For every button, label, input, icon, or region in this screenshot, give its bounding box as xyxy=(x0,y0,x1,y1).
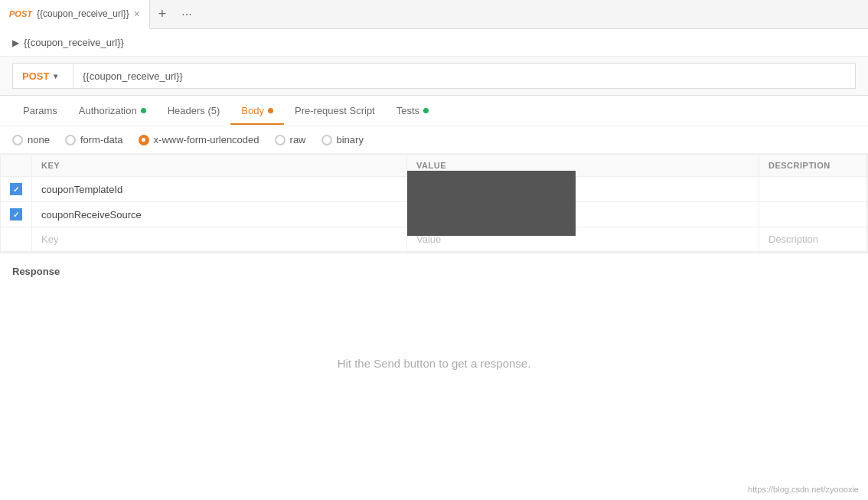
tab-method: POST xyxy=(9,9,32,18)
tab-prerequest[interactable]: Pre-request Script xyxy=(284,97,386,124)
radio-none-circle xyxy=(12,135,23,145)
url-bar: POST ▾ xyxy=(0,57,868,96)
tab-bar: POST {{coupon_receive_url}} × + ··· xyxy=(0,0,868,29)
row1-checkbox[interactable] xyxy=(10,183,22,195)
row2-key-cell[interactable]: couponReceiveSource xyxy=(32,202,407,227)
row2-check-cell xyxy=(1,202,32,227)
url-input[interactable] xyxy=(73,63,856,89)
placeholder-desc-cell[interactable]: Description xyxy=(759,227,867,252)
row2-checkbox[interactable] xyxy=(10,208,22,221)
radio-binary-circle xyxy=(321,135,332,145)
add-tab-button[interactable]: + xyxy=(150,0,175,29)
placeholder-description: Description xyxy=(768,234,818,245)
radio-binary-label: binary xyxy=(337,134,364,145)
breadcrumb-arrow-icon: ▶ xyxy=(12,38,19,48)
tab-close-icon[interactable]: × xyxy=(134,8,140,20)
tab-prerequest-label: Pre-request Script xyxy=(295,105,375,116)
tab-body-label: Body xyxy=(241,105,264,116)
radio-binary[interactable]: binary xyxy=(321,134,364,145)
watermark: https://blog.csdn.net/zyoooxie xyxy=(748,485,859,494)
tab-headers-label: Headers (5) xyxy=(168,105,220,116)
tab-authorization[interactable]: Authorization xyxy=(68,97,157,124)
radio-form-data-circle xyxy=(65,135,76,145)
method-label: POST xyxy=(22,70,49,82)
col-header-key: KEY xyxy=(32,155,407,177)
tab-body[interactable]: Body xyxy=(230,97,284,124)
row2-desc-cell[interactable] xyxy=(759,202,867,227)
col-header-description: DESCRIPTION xyxy=(759,155,867,177)
tab-tests[interactable]: Tests xyxy=(386,97,439,124)
params-table: KEY VALUE DESCRIPTION couponTemplateId 5 xyxy=(1,155,867,252)
request-tabs: Params Authorization Headers (5) Body Pr… xyxy=(0,96,868,126)
placeholder-key-cell[interactable]: Key xyxy=(32,227,407,252)
radio-raw-circle xyxy=(275,135,286,145)
row2-key: couponReceiveSource xyxy=(41,209,142,221)
breadcrumb: ▶ {{coupon_receive_url}} xyxy=(0,29,868,57)
placeholder-check-cell xyxy=(1,227,32,252)
row1-key-cell[interactable]: couponTemplateId xyxy=(32,177,407,202)
response-title: Response xyxy=(12,266,856,277)
tab-tests-label: Tests xyxy=(396,105,419,116)
row1-desc-cell[interactable] xyxy=(759,177,867,202)
more-tabs-button[interactable]: ··· xyxy=(175,0,199,29)
radio-raw[interactable]: raw xyxy=(275,134,306,145)
authorization-dot xyxy=(141,108,146,113)
method-chevron-icon: ▾ xyxy=(54,72,57,80)
method-selector[interactable]: POST ▾ xyxy=(12,63,73,89)
hit-send-message: Hit the Send button to get a response. xyxy=(0,296,868,385)
tests-dot xyxy=(423,108,429,113)
tab-headers[interactable]: Headers (5) xyxy=(157,97,231,124)
placeholder-key: Key xyxy=(41,234,58,245)
body-type-selector: none form-data x-www-form-urlencoded raw… xyxy=(0,126,868,154)
radio-urlencoded[interactable]: x-www-form-urlencoded xyxy=(139,134,259,145)
table-row: couponTemplateId 5 xyxy=(1,177,867,202)
response-section: Response xyxy=(0,253,868,296)
tab-authorization-label: Authorization xyxy=(79,105,137,116)
body-dot xyxy=(268,108,273,113)
radio-form-data[interactable]: form-data xyxy=(65,134,123,145)
radio-urlencoded-circle xyxy=(139,135,149,145)
params-table-container: KEY VALUE DESCRIPTION couponTemplateId 5 xyxy=(0,154,868,253)
row1-key: couponTemplateId xyxy=(41,184,122,195)
tab-params[interactable]: Params xyxy=(12,97,68,124)
tab-params-label: Params xyxy=(23,105,57,116)
radio-none[interactable]: none xyxy=(12,134,50,145)
active-tab[interactable]: POST {{coupon_receive_url}} × xyxy=(0,0,150,29)
row1-check-cell xyxy=(1,177,32,202)
radio-urlencoded-label: x-www-form-urlencoded xyxy=(154,134,259,145)
tab-url: {{coupon_receive_url}} xyxy=(37,8,129,19)
dark-overlay xyxy=(407,171,576,236)
radio-form-data-label: form-data xyxy=(80,134,123,145)
col-header-check xyxy=(1,155,32,177)
radio-none-label: none xyxy=(28,134,50,145)
breadcrumb-text: {{coupon_receive_url}} xyxy=(24,37,124,48)
row1-value-cell[interactable]: 5 xyxy=(407,177,759,202)
radio-raw-label: raw xyxy=(290,134,306,145)
